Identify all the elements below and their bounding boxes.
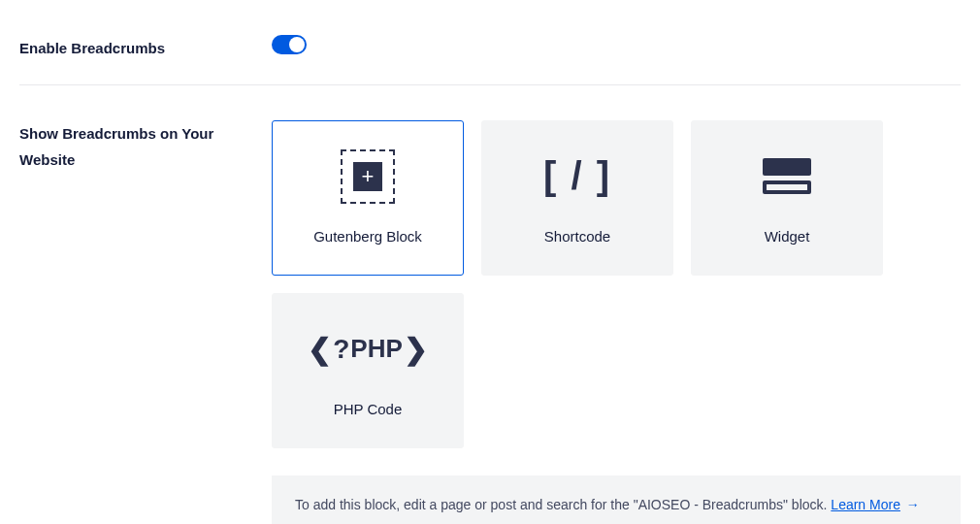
notice-text: To add this block, edit a page or post a…	[295, 497, 831, 512]
divider	[19, 84, 961, 85]
php-code-icon: ❮?PHP❯	[308, 325, 428, 374]
arrow-icon: →	[906, 497, 920, 512]
card-shortcode[interactable]: [ / ] Shortcode	[481, 120, 673, 276]
card-php-code[interactable]: ❮?PHP❯ PHP Code	[272, 293, 464, 448]
card-gutenberg-label: Gutenberg Block	[313, 228, 422, 245]
card-shortcode-label: Shortcode	[544, 228, 610, 245]
learn-more-link[interactable]: Learn More	[831, 497, 900, 512]
widget-icon	[763, 152, 811, 201]
notice-box: To add this block, edit a page or post a…	[272, 475, 961, 524]
enable-breadcrumbs-label: Enable Breadcrumbs	[19, 35, 272, 61]
enable-breadcrumbs-toggle[interactable]	[272, 35, 307, 54]
card-php-label: PHP Code	[334, 401, 403, 417]
card-widget[interactable]: Widget	[691, 120, 883, 276]
cards-container: + Gutenberg Block [ / ] Shortcode	[272, 120, 961, 448]
card-widget-label: Widget	[765, 228, 810, 245]
show-breadcrumbs-label: Show Breadcrumbs on Your Website	[19, 120, 272, 524]
show-breadcrumbs-content: + Gutenberg Block [ / ] Shortcode	[272, 120, 961, 524]
enable-breadcrumbs-row: Enable Breadcrumbs	[19, 19, 961, 77]
show-breadcrumbs-row: Show Breadcrumbs on Your Website + Guten…	[19, 105, 961, 524]
gutenberg-block-icon: +	[341, 152, 395, 201]
card-gutenberg-block[interactable]: + Gutenberg Block	[272, 120, 464, 276]
enable-breadcrumbs-content	[272, 35, 961, 61]
shortcode-icon: [ / ]	[543, 152, 611, 201]
